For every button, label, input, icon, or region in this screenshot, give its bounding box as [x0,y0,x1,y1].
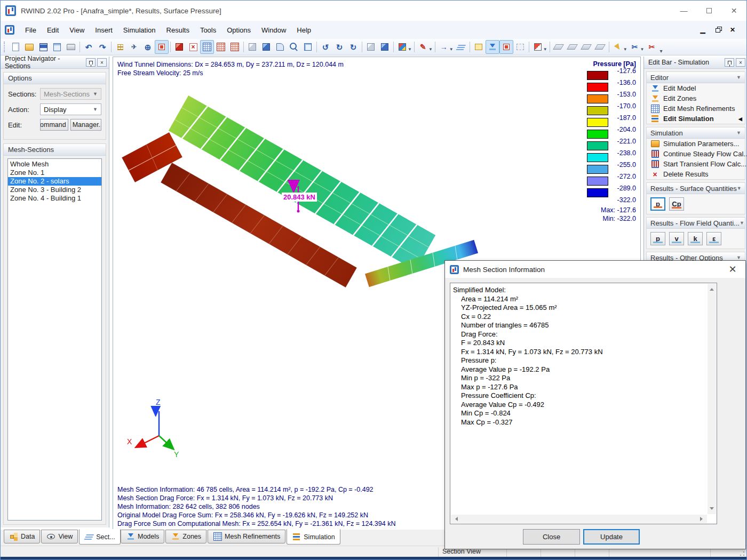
tab-zones[interactable]: Zones [165,530,206,543]
edit-command-button[interactable]: Command [40,119,68,131]
mesh-section-item[interactable]: Zone No. 3 - Building 2 [8,186,101,194]
result-quantity-Cp-button[interactable]: Cp [669,197,684,211]
toolbar-clipping-box-button[interactable] [472,40,486,54]
toolbar-plane-flip-button[interactable] [593,40,607,54]
horizontal-scrollbar[interactable] [451,515,707,523]
toolbar-stop-analysis-button[interactable]: × [186,40,200,54]
toolbar-isometric-view-button[interactable] [364,40,378,54]
toolbar-save-button[interactable] [36,40,50,54]
section-header[interactable]: Results - Surface Quantities▼ [647,183,745,194]
toolbar-new-file-button[interactable] [9,40,22,54]
toolbar-delete-section-button[interactable]: ✂ [645,40,659,54]
toolbar-view-direction-button[interactable] [395,40,409,54]
toolbar-section-plane-2-button[interactable] [499,40,513,54]
mdi-restore-button[interactable] [713,26,722,34]
menu-options[interactable]: Options [221,24,256,36]
toolbar-half-model-button[interactable] [531,40,545,54]
toolbar-open-file-button[interactable] [22,40,36,54]
panel-close-button[interactable]: × [736,58,745,67]
toolbar-select-tool-button[interactable] [611,40,625,54]
action-edit-simulation[interactable]: Edit Simulation◀ [647,114,745,124]
toolbar-mesh-quality-button[interactable] [214,40,228,54]
toolbar-rotate-view-button[interactable]: ↺ [319,40,332,54]
toolbar-mesh-cut-button[interactable] [228,40,242,54]
result-quantity-k-button[interactable]: k [688,232,703,245]
mesh-section-item[interactable]: Zone No. 4 - Building 1 [8,194,101,203]
toolbar-plane-xz-button[interactable] [566,40,579,54]
tab-data[interactable]: Data [4,530,40,543]
toolbar-snap-points-button[interactable] [113,40,127,54]
tab-models[interactable]: Models [121,530,164,543]
toolbar-show-mesh-button[interactable] [200,40,214,54]
toolbar-start-analysis-button[interactable] [172,40,186,54]
section-header[interactable]: Editor▼ [647,72,745,83]
tab-simulation[interactable]: Simulation [287,529,340,545]
edit-manager-button[interactable]: Manager... [70,119,101,131]
toolbar-print-preview-button[interactable] [50,40,64,54]
window-minimize-button[interactable]: — [671,1,696,21]
menu-file[interactable]: File [20,24,42,36]
toolbar-drag-handle[interactable] [4,42,6,52]
toolbar-zoom-window-button[interactable] [287,40,301,54]
action-delete-results[interactable]: ×Delete Results [647,169,745,179]
mdi-close-button[interactable]: ✕ [728,26,737,34]
toolbar-crosshair-button[interactable]: ⊕ [141,40,155,54]
toolbar-rotate-view-3-button[interactable]: ↻ [346,40,360,54]
mesh-section-item[interactable]: Zone No. 2 - solars [8,177,101,186]
menu-insert[interactable]: Insert [90,24,118,36]
toolbar-redo-button[interactable]: ↷ [96,40,109,54]
toolbar-wireframe-view-button[interactable] [245,40,259,54]
toolbar-display-colors-button[interactable]: ✎ [416,40,430,54]
window-close-button[interactable]: ✕ [721,1,746,21]
menu-tools[interactable]: Tools [195,24,221,36]
toolbar-rotate-view-2-button[interactable]: ↻ [332,40,346,54]
tab-view[interactable]: View [41,530,78,543]
mesh-section-item[interactable]: Whole Mesh [8,160,101,169]
toolbar-plane-xy-button[interactable] [552,40,566,54]
action-edit-zones[interactable]: Edit Zones [647,93,745,103]
toolbar-section-plane-1-button[interactable] [486,40,499,54]
action-continue-steady-flow-cal[interactable]: Continue Steady Flow Cal... [647,149,745,159]
action-simulation-parameters[interactable]: Simulation Parameters... [647,139,745,149]
window-maximize-button[interactable] [696,1,721,21]
toolbar-flow-display-button[interactable]: → [437,40,451,54]
action-edit-mesh-refinements[interactable]: Edit Mesh Refinements [647,103,745,114]
tab-mesh-refinements[interactable]: Mesh Refinements [208,530,285,543]
toolbar-plane-yz-button[interactable] [579,40,593,54]
toolbar-layers-display-button[interactable] [454,40,468,54]
toolbar-ghost-mode-button[interactable] [513,40,527,54]
toolbar-undo-button[interactable]: ↶ [82,40,96,54]
toolbar-projection-mode-button[interactable] [378,40,392,54]
panel-pin-button[interactable] [725,58,734,67]
toolbar-corner-view-button[interactable] [273,40,287,54]
tab-sect[interactable]: Sect... [79,529,120,545]
menu-help[interactable]: Help [291,24,316,36]
menu-simulation[interactable]: Simulation [118,24,161,36]
action-edit-model[interactable]: Edit Model [647,83,745,93]
toolbar-clip-scissors-button[interactable]: ✂ [628,40,642,54]
panel-close-button[interactable]: × [97,58,107,67]
mesh-section-item[interactable]: Zone No. 1 [8,169,101,177]
mdi-minimize-button[interactable]: ▁ [698,26,707,34]
menu-window[interactable]: Window [256,24,291,36]
resize-grip[interactable] [740,551,745,556]
menu-view[interactable]: View [64,24,90,36]
menu-edit[interactable]: Edit [42,24,64,36]
result-quantity-ε-button[interactable]: ε [706,232,721,245]
dialog-close-icon[interactable]: ✕ [725,263,741,275]
action-start-transient-flow-calc[interactable]: Start Transient Flow Calc... [647,159,745,169]
result-quantity-p-button[interactable]: p [650,197,665,211]
section-header[interactable]: Simulation▼ [647,127,745,139]
toolbar-navigation-mode-button[interactable]: ✈ [127,40,141,54]
action-dropdown[interactable]: Display ▼ [40,103,101,115]
toolbar-print-button[interactable] [64,40,78,54]
sections-dropdown[interactable]: Mesh-Sections ▼ [40,88,101,100]
menu-results[interactable]: Results [161,24,195,36]
dialog-close-button[interactable]: Close [523,529,580,545]
vertical-scrollbar[interactable] [708,284,716,514]
section-header[interactable]: Results - Flow Field Quanti...▼ [647,218,745,229]
result-quantity-v-button[interactable]: v [669,232,684,245]
result-quantity-p-button[interactable]: p [650,232,665,245]
panel-pin-button[interactable] [86,58,96,67]
dialog-update-button[interactable]: Update [583,529,640,545]
